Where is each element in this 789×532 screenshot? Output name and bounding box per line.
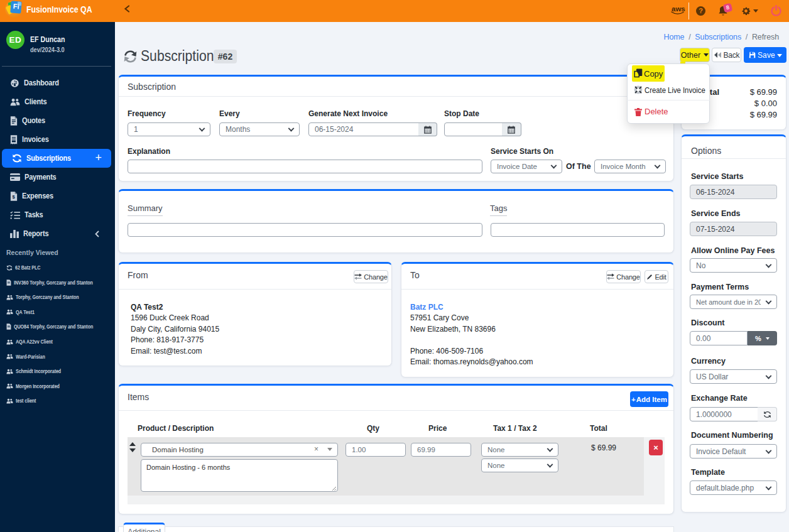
svg-text:$: $: [12, 194, 15, 200]
